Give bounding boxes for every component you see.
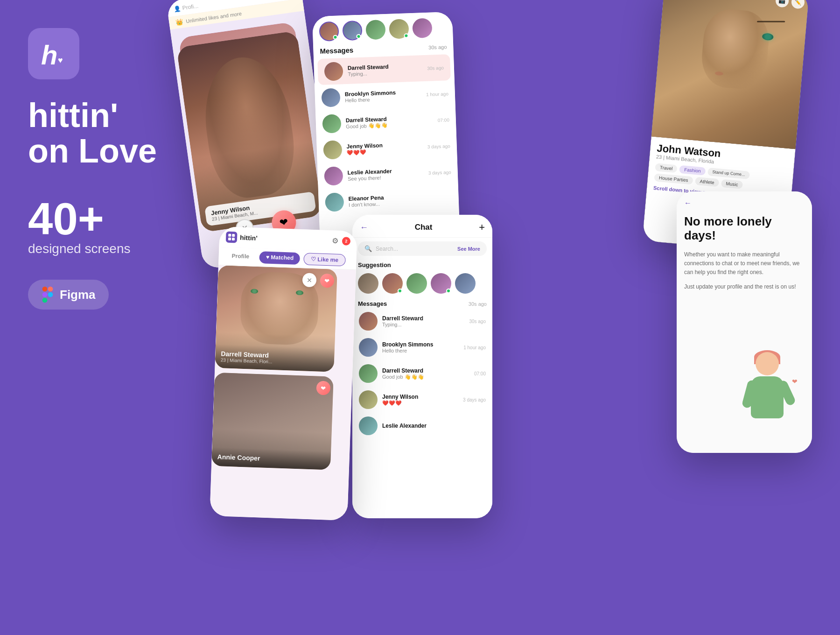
chat-msg-name-5: Leslie Alexander (382, 423, 481, 429)
message-item-4[interactable]: Jenny Wilson ❤️❤️❤️ 3 days ago (316, 133, 457, 163)
chat-header: ← Chat + (352, 215, 492, 238)
notif-badge[interactable]: 2 (342, 237, 351, 246)
message-item-2[interactable]: Brooklyn Simmons Hello there 1 hour ago (315, 80, 455, 111)
stories-row (312, 12, 453, 45)
svg-text:♥: ♥ (58, 56, 63, 65)
story-avatar-2[interactable] (342, 21, 362, 41)
chat-msg-avatar-3 (359, 364, 378, 383)
chat-msg-preview-3: Good job 👋👋👋 (382, 374, 469, 380)
tab-profile[interactable]: Profile (225, 250, 256, 263)
svg-rect-2 (42, 287, 48, 292)
msg-content-3: Darrell Steward Good job 👋👋👋 (345, 114, 433, 130)
tag-comedy[interactable]: Stand up Come... (707, 168, 750, 179)
no-lonely-title: No more lonely days! (684, 215, 805, 243)
chat-msg-avatar-1 (359, 312, 378, 331)
chat-msg-content-1: Darrell Steward Typing... (382, 315, 464, 327)
browse-card-name-2: Annie Cooper (217, 453, 325, 464)
browse-card-overlay-2: Annie Cooper (211, 447, 331, 470)
app-nav-name: hittin' (240, 234, 258, 242)
msg-time-1: 30s ago (427, 65, 444, 71)
chat-msg-time-1: 30s ago (469, 319, 486, 324)
msg-time-3: 07:00 (438, 117, 449, 123)
sug-avatar-4[interactable] (431, 273, 451, 294)
svg-rect-6 (42, 298, 48, 303)
story-avatar-3[interactable] (365, 20, 385, 40)
msg-avatar-2 (321, 88, 340, 107)
browse-card-1[interactable]: Darrell Steward 23 | Miami Beach, Flori.… (215, 265, 337, 372)
tag-house[interactable]: House Parties (654, 173, 693, 184)
app-nav-logo: hittin' (226, 232, 258, 244)
chat-msg-content-2: Brooklyn Simmons Hello there (382, 341, 459, 353)
message-item-3[interactable]: Darrell Steward Good job 👋👋👋 07:00 (315, 106, 456, 137)
tag-music[interactable]: Music (721, 179, 743, 189)
see-more-link[interactable]: See More (457, 246, 480, 252)
search-placeholder: Search... (376, 246, 454, 252)
svg-rect-3 (48, 287, 53, 292)
chat-back-btn[interactable]: ← (360, 223, 368, 233)
search-bar[interactable]: 🔍 Search... See More (358, 241, 487, 256)
chat-msg-name-1: Darrell Steward (382, 315, 464, 322)
sug-avatar-3[interactable] (406, 273, 427, 294)
chat-msg-content-4: Jenny Wilson ❤️❤️❤️ (382, 394, 458, 406)
tab-matched[interactable]: ♥ Matched (259, 251, 301, 265)
sug-avatar-2[interactable] (382, 273, 403, 294)
chat-msg-preview-4: ❤️❤️❤️ (382, 400, 458, 406)
tab-like-me[interactable]: ♡ Like me (304, 253, 346, 266)
browse-card-overlay-1: Darrell Steward 23 | Miami Beach, Flori.… (215, 344, 335, 372)
messages-title: Messages (320, 46, 353, 55)
browse-card-2[interactable]: Annie Cooper ❤ (211, 373, 334, 470)
story-avatar-5[interactable] (412, 18, 432, 38)
message-item-5[interactable]: Leslie Alexander See you there! 3 days a… (317, 159, 458, 190)
tag-athlete[interactable]: Athlete (695, 177, 719, 187)
phone-browse: hittin' ⚙ 2 Profile ♥ Matched ♡ Like me (210, 226, 357, 521)
figma-badge[interactable]: Figma (28, 280, 109, 310)
camera-icon[interactable]: 📷 (775, 0, 789, 8)
chat-add-btn[interactable]: + (479, 221, 485, 233)
message-item-6[interactable]: Eleanor Pena I don't know... (318, 185, 459, 216)
filter-icon[interactable]: ⚙ (332, 236, 339, 245)
messages-section-time: 30s ago (469, 301, 487, 307)
chat-msg-time-3: 07:00 (474, 371, 486, 376)
messages-time-label: 30s ago (428, 44, 447, 50)
chat-msg-preview-2: Hello there (382, 348, 459, 353)
svg-rect-7 (228, 234, 231, 237)
chat-msg-3[interactable]: Darrell Steward Good job 👋👋👋 07:00 (352, 360, 492, 387)
chat-msg-name-3: Darrell Steward (382, 367, 469, 374)
msg-avatar-3 (322, 114, 341, 133)
swipe-card-front[interactable]: Jenny Wilson 23 | Miami Beach, M... (176, 31, 322, 233)
chat-title: Chat (415, 223, 433, 232)
chat-msg-5[interactable]: Leslie Alexander (352, 413, 492, 439)
no-lonely-cta: Just update your profile and the rest is… (684, 282, 805, 291)
screens-label: designed screens (28, 241, 224, 256)
svg-text:h: h (41, 40, 57, 70)
story-avatar-4[interactable] (389, 19, 409, 39)
msg-content-4: Jenny Wilson ❤️❤️❤️ (346, 141, 423, 156)
back-arrow[interactable]: ← (684, 199, 805, 207)
msg-content-5: Leslie Alexander See you there! (347, 167, 424, 182)
sug-avatar-1[interactable] (358, 273, 378, 294)
chat-msg-preview-1: Typing... (382, 322, 464, 327)
tag-travel[interactable]: Travel (655, 163, 678, 173)
sug-avatar-5[interactable] (455, 273, 476, 294)
phone-chat: ← Chat + 🔍 Search... See More Suggestion… (352, 215, 492, 518)
edit-icon[interactable]: ✏️ (791, 0, 805, 9)
messages-section-label: Messages (358, 300, 387, 307)
chat-msg-1[interactable]: Darrell Steward Typing... 30s ago (352, 308, 492, 334)
illustration-area: ❤ (684, 303, 805, 445)
chat-msg-avatar-2 (359, 338, 378, 357)
chat-msg-2[interactable]: Brooklyn Simmons Hello there 1 hour ago (352, 334, 492, 360)
suggestion-label: Suggestion (352, 260, 492, 269)
chat-msg-avatar-4 (359, 390, 378, 409)
chat-msg-time-2: 1 hour ago (463, 345, 486, 350)
no-lonely-body: Whether you want to make meaningful conn… (684, 250, 805, 277)
chat-msg-avatar-5 (359, 416, 378, 435)
cards-area: Darrell Steward 23 | Miami Beach, Flori.… (210, 265, 356, 521)
svg-rect-10 (232, 238, 235, 240)
story-avatar-1[interactable] (319, 21, 339, 41)
tag-fashion[interactable]: Fashion (679, 165, 706, 176)
chat-msg-4[interactable]: Jenny Wilson ❤️❤️❤️ 3 days ago (352, 387, 492, 413)
app-icon: h ♥ (28, 28, 79, 79)
svg-point-5 (48, 292, 53, 297)
message-item-1[interactable]: Darrell Steward Typing... 30s ago (317, 54, 451, 85)
person-illustration: ❤ (735, 352, 800, 445)
